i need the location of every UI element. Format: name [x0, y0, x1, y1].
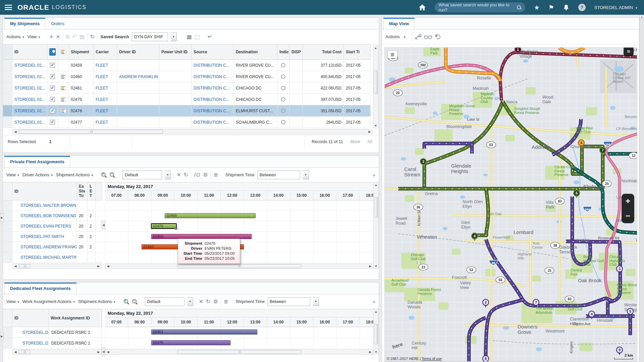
- go-icon[interactable]: ↵: [208, 34, 212, 40]
- column-header-power[interactable]: Power Unit ID: [159, 44, 192, 60]
- saved-search-input[interactable]: What saved search would you like to run?: [435, 2, 525, 12]
- undo-icon[interactable]: ↶: [72, 34, 77, 40]
- scroll-right-icon[interactable]: ▶: [368, 264, 373, 268]
- df-zoom-out-icon[interactable]: −: [132, 299, 138, 304]
- column-header-shipment[interactable]: Shipment: [69, 44, 94, 60]
- map-marker-8[interactable]: 8: [483, 356, 489, 362]
- user-menu[interactable]: STOREDEL.ADMIN▼: [594, 5, 638, 10]
- gantt-bar-02475[interactable]: 02475: [151, 340, 230, 345]
- df-wa-actions-menu[interactable]: Work Assignment Actions▼: [22, 299, 75, 304]
- map-reset-view-icon[interactable]: [435, 34, 441, 40]
- all-link[interactable]: All: [367, 139, 372, 144]
- scroll-up-icon[interactable]: ▲: [375, 309, 378, 314]
- column-header-carrier[interactable]: Carrier: [94, 44, 117, 60]
- scroll-left-icon[interactable]: ◀: [105, 350, 111, 354]
- gantt-bar-02476[interactable]: 02476: [151, 224, 176, 229]
- private-grid-hscrollbar[interactable]: ◀▶: [12, 263, 102, 269]
- pf-settings-gear-icon[interactable]: ⚙: [203, 172, 208, 178]
- scroll-left-icon[interactable]: ◀: [105, 264, 111, 268]
- private-splitter-icon[interactable]: ◀: [102, 221, 105, 229]
- df-overflow-icon[interactable]: »: [373, 299, 375, 304]
- list-item[interactable]: STOREDEL.DDEDICATED RSRC 2: [3, 327, 102, 338]
- scroll-left-icon[interactable]: ◀: [13, 130, 18, 133]
- scroll-right-icon[interactable]: ▶: [367, 130, 372, 133]
- link-resource-id[interactable]: STOREDEL.D: [22, 341, 48, 346]
- view-menu[interactable]: View▼: [28, 34, 41, 39]
- column-header-cost[interactable]: Total Cost: [303, 44, 344, 60]
- link-id[interactable]: STOREDEL.02...: [14, 120, 45, 125]
- map-checkbox[interactable]: [50, 108, 55, 113]
- column-header-indic[interactable]: Indic: [277, 44, 289, 60]
- link-carrier[interactable]: FLEET: [96, 120, 108, 125]
- favorites-star-icon[interactable]: ★: [534, 4, 540, 11]
- df-shipment-time-dropdown-icon[interactable]: ▼: [313, 297, 319, 306]
- map-layers-icon[interactable]: ≋: [624, 47, 634, 56]
- dedicated-splitter-icon[interactable]: ◀: [102, 347, 105, 356]
- df-refresh-icon[interactable]: ↻: [206, 299, 210, 304]
- link-source[interactable]: DISTRIBUTION C...: [194, 63, 229, 68]
- column-header-destination[interactable]: Destination: [234, 44, 277, 60]
- scroll-left-icon[interactable]: ◀: [13, 350, 18, 354]
- scroll-down-icon[interactable]: ▼: [375, 264, 378, 268]
- list-item[interactable]: STOREDEL.ANDREW FRANKLIN202: [3, 242, 102, 252]
- home-icon[interactable]: [419, 4, 426, 11]
- zoom-out-icon[interactable]: −: [109, 172, 115, 178]
- terms-of-use-link[interactable]: Terms of use: [422, 357, 442, 361]
- list-item[interactable]: STOREDEL.BOB TOWNSEND202: [3, 211, 102, 221]
- scroll-right-icon[interactable]: ▶: [96, 264, 101, 268]
- actions-menu[interactable]: Actions▼: [6, 34, 25, 39]
- private-vscrollbar[interactable]: ▲▼: [373, 182, 379, 269]
- saved-search-dropdown-icon[interactable]: ▼: [171, 33, 177, 41]
- column-header-driver[interactable]: Driver ID: [117, 44, 159, 60]
- df-zoom-in-icon[interactable]: +: [123, 299, 129, 304]
- list-item[interactable]: STOREDEL.DDEDICATED RSRC 1: [3, 338, 102, 349]
- gantt-bar-02455[interactable]: 02455: [151, 234, 252, 239]
- table-row[interactable]: STOREDEL.02...02476FLEETDISTRIBUTION C..…: [3, 105, 379, 117]
- map-glasses-icon[interactable]: [424, 34, 432, 40]
- table-row[interactable]: STOREDEL.02...02461FLEETDISTRIBUTION C..…: [3, 82, 379, 94]
- link-carrier[interactable]: FLEET: [96, 86, 108, 90]
- pf-driver-hours-icon[interactable]: ⅈ⊙: [194, 172, 200, 178]
- private-panel-expander-icon[interactable]: ▶: [0, 213, 4, 222]
- save-icon[interactable]: ▤: [79, 34, 85, 40]
- pf-shipment-time-dropdown-icon[interactable]: ▼: [303, 171, 309, 179]
- gantt-cell-icon[interactable]: [61, 109, 66, 113]
- zoom-in-icon[interactable]: +: [101, 172, 107, 178]
- duplicate-icon[interactable]: ⧉: [66, 34, 69, 40]
- tab-my-shipments[interactable]: My Shipments: [4, 18, 45, 29]
- df-clear-icon[interactable]: ✕: [199, 299, 203, 304]
- link-carrier[interactable]: FLEET: [96, 109, 108, 113]
- pf-view-menu[interactable]: View▼: [6, 172, 20, 177]
- link-id[interactable]: STOREDEL.02...: [14, 63, 45, 68]
- more-link[interactable]: More: [351, 139, 360, 144]
- gantt-cell-icon[interactable]: [61, 74, 66, 79]
- add-icon[interactable]: +: [49, 34, 53, 40]
- link-source[interactable]: DISTRIBUTION C...: [194, 97, 229, 102]
- map-column-header-icon[interactable]: [49, 48, 56, 56]
- scroll-down-icon[interactable]: ▼: [374, 123, 377, 128]
- link-driver-id[interactable]: STOREDEL.EVAN PETERS: [20, 224, 71, 229]
- link-carrier[interactable]: FLEET: [96, 97, 108, 102]
- link-source[interactable]: DISTRIBUTION C...: [194, 74, 229, 79]
- df-legend-icon[interactable]: ≣: [224, 299, 228, 304]
- help-icon[interactable]: ?: [578, 4, 586, 11]
- column-header-map[interactable]: [47, 44, 58, 60]
- map-zoom-in-icon[interactable]: +: [626, 196, 630, 206]
- pf-shipment-actions-menu[interactable]: Shipment Actions▼: [56, 172, 94, 177]
- scroll-up-icon[interactable]: ▲: [374, 46, 377, 50]
- link-source[interactable]: DISTRIBUTION C...: [194, 109, 229, 113]
- map-checkbox[interactable]: [50, 63, 55, 68]
- scroll-right-icon[interactable]: ▶: [368, 350, 373, 354]
- shipments-hscrollbar[interactable]: ◀ ▶: [12, 129, 373, 134]
- flag-icon[interactable]: ⚑: [548, 4, 554, 11]
- link-id[interactable]: STOREDEL.02...: [14, 86, 45, 90]
- link-driver-id[interactable]: STOREDEL.PAT SMITH: [20, 234, 64, 239]
- df-shipment-time-select[interactable]: Between: [267, 297, 310, 306]
- pf-shipment-time-select[interactable]: Between: [257, 171, 300, 179]
- table-view-icon[interactable]: ▦: [187, 34, 192, 40]
- map-overview-button[interactable]: ▦: [387, 50, 397, 58]
- list-item[interactable]: STOREDEL.EVAN PETERS202: [3, 221, 102, 232]
- page-scrollbar[interactable]: ▲: [639, 15, 644, 362]
- scroll-left-icon[interactable]: ◀: [13, 264, 18, 268]
- link-id[interactable]: STOREDEL.02...: [14, 74, 45, 79]
